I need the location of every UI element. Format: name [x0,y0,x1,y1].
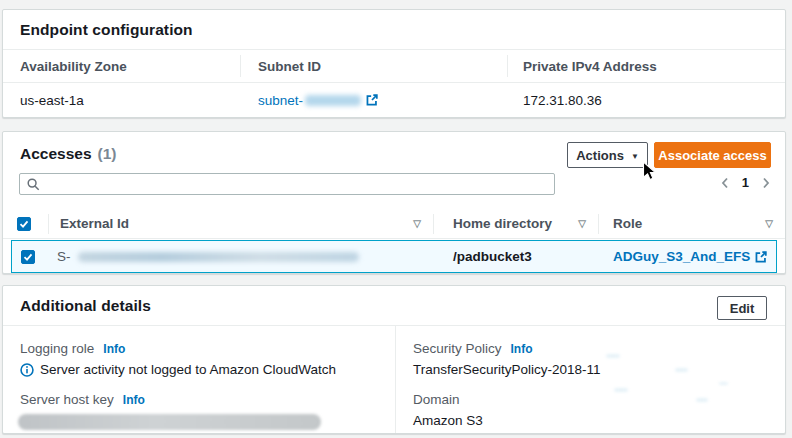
endpoint-table-row: us-east-1a subnet- 172.31.80.36 [3,83,785,117]
additional-details-title: Additional details [20,297,151,315]
availability-zone-value: us-east-1a [3,83,240,117]
external-link-icon [365,93,379,107]
role-link[interactable]: ADGuy_S3_And_EFS [613,249,768,264]
check-icon [19,219,29,229]
info-link[interactable]: Info [511,342,533,356]
additional-details-panel: Additional details Edit Logging role Inf… [2,285,786,434]
private-ipv4-value: 172.31.80.36 [507,83,785,117]
info-circle-icon [20,363,34,377]
endpoint-table-header: Availability Zone Subnet ID Private IPv4… [3,50,785,83]
redaction-smudge [719,382,728,385]
external-id-cell: S- [49,241,434,272]
details-left-column: Logging role Info Server activity not lo… [3,326,395,433]
column-subnet-id: Subnet ID [240,50,507,82]
previous-page-button[interactable] [721,177,729,189]
logging-role-value: Server activity not logged to Amazon Clo… [20,362,379,377]
search-input[interactable] [46,175,554,193]
home-directory-cell: /padbucket3 [434,241,599,272]
redaction-smudge [606,354,620,358]
accesses-title: Accesses(1) [20,145,117,163]
info-link[interactable]: Info [103,342,125,356]
security-policy-label: Security Policy Info [413,341,769,356]
info-link[interactable]: Info [123,393,145,407]
next-page-button[interactable] [762,177,770,189]
accesses-table-header: External Id ▽ Home directory ▽ Role ▽ [3,209,785,239]
sort-icon[interactable]: ▽ [765,218,773,229]
logging-role-label: Logging role Info [20,341,379,356]
security-policy-value: TransferSecurityPolicy-2018-11 [413,362,769,377]
check-icon [23,252,33,262]
select-all-checkbox[interactable] [17,217,31,231]
column-role[interactable]: Role ▽ [598,209,785,238]
domain-value: Amazon S3 [413,413,769,428]
server-host-key-redaction [18,414,321,430]
sort-icon[interactable]: ▽ [578,218,586,229]
redaction-smudge [696,398,708,402]
accesses-count: (1) [98,145,117,162]
redaction-smudge [614,388,628,392]
subnet-link[interactable]: subnet- [258,93,379,108]
associate-access-button[interactable]: Associate access [654,142,771,168]
edit-button[interactable]: Edit [717,296,767,320]
endpoint-configuration-panel: Endpoint configuration Availability Zone… [2,9,786,118]
server-host-key-label: Server host key Info [20,392,379,407]
column-external-id[interactable]: External Id ▽ [48,209,433,238]
row-checkbox[interactable] [21,250,35,264]
endpoint-configuration-title: Endpoint configuration [20,21,193,39]
column-private-ipv4: Private IPv4 Address [507,50,785,82]
accesses-panel: Accesses(1) Actions ▼ Associate access 1… [2,131,786,274]
sort-icon[interactable]: ▽ [413,218,421,229]
access-table-row-selected[interactable]: S- /padbucket3 ADGuy_S3_And_EFS [11,240,777,273]
column-home-directory[interactable]: Home directory ▽ [433,209,598,238]
details-right-column: Security Policy Info TransferSecurityPol… [395,326,785,433]
caret-down-icon: ▼ [631,152,639,161]
subnet-id-redaction [305,95,361,106]
search-box[interactable] [19,173,555,195]
mouse-cursor [642,161,657,182]
external-id-redaction [78,252,359,262]
redaction-smudge [675,368,688,372]
current-page-number[interactable]: 1 [742,175,749,190]
actions-button[interactable]: Actions ▼ [567,142,648,168]
column-availability-zone: Availability Zone [3,50,240,82]
external-link-icon [754,250,768,264]
pagination: 1 [721,175,770,190]
domain-label: Domain [413,392,769,407]
search-icon [27,178,40,191]
